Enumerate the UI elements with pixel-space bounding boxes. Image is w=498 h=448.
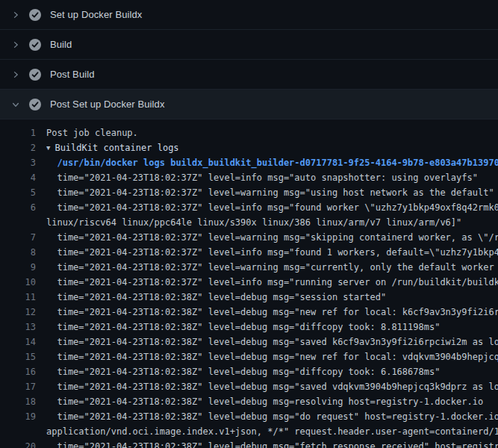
check-circle-icon <box>29 99 50 111</box>
log-line-text: time="2021-04-23T18:02:38Z" level=debug … <box>46 394 498 409</box>
log-line: 13 time="2021-04-23T18:02:38Z" level=deb… <box>0 320 498 335</box>
step-label: Post Build <box>50 69 95 80</box>
log-area: 1 Post job cleanup. 2 ▼BuildKit containe… <box>0 119 498 448</box>
log-line-number[interactable]: 4 <box>0 170 36 185</box>
step-row-post-build[interactable]: Post Build <box>0 60 498 90</box>
log-line-number[interactable]: 11 <box>0 290 36 305</box>
log-line-number <box>0 215 36 230</box>
group-expanded-triangle-icon[interactable]: ▼ <box>46 140 50 155</box>
log-line-text: time="2021-04-23T18:02:38Z" level=debug … <box>46 320 498 335</box>
log-line-number[interactable]: 10 <box>0 275 36 290</box>
log-line-number[interactable]: 6 <box>0 200 36 215</box>
log-line-text: /usr/bin/docker logs buildx_buildkit_bui… <box>46 155 498 170</box>
step-label: Post Set up Docker Buildx <box>50 99 165 110</box>
log-line-text: time="2021-04-23T18:02:37Z" level=warnin… <box>46 260 498 275</box>
log-line-text: linux/riscv64 linux/ppc64le linux/s390x … <box>46 215 498 230</box>
log-line-text: time="2021-04-23T18:02:38Z" level=debug … <box>46 409 498 424</box>
log-line: 8 time="2021-04-23T18:02:37Z" level=info… <box>0 245 498 260</box>
log-line-command: 3 /usr/bin/docker logs buildx_buildkit_b… <box>0 155 498 170</box>
check-circle-icon <box>29 39 50 51</box>
log-line-number[interactable]: 2 <box>0 140 36 155</box>
log-line-text: application/vnd.oci.image.index.v1+json,… <box>46 424 498 439</box>
log-line-text: Post job cleanup. <box>46 125 498 140</box>
log-line: 7 time="2021-04-23T18:02:37Z" level=warn… <box>0 230 498 245</box>
log-group-toggle[interactable]: 2 ▼BuildKit container logs <box>0 140 498 155</box>
log-line-number[interactable]: 14 <box>0 335 36 349</box>
log-line: 11 time="2021-04-23T18:02:38Z" level=deb… <box>0 290 498 305</box>
log-line-text: time="2021-04-23T18:02:37Z" level=info m… <box>46 170 498 185</box>
log-line: 16 time="2021-04-23T18:02:38Z" level=deb… <box>0 364 498 379</box>
log-line-number[interactable]: 19 <box>0 409 36 424</box>
step-row-post-set-up-docker-buildx[interactable]: Post Set up Docker Buildx <box>0 90 498 119</box>
log-line-number[interactable]: 17 <box>0 379 36 394</box>
log-line: 5 time="2021-04-23T18:02:37Z" level=warn… <box>0 185 498 200</box>
log-line-number[interactable]: 18 <box>0 394 36 409</box>
log-line-text: ▼BuildKit container logs <box>46 140 498 155</box>
log-line: 20 time="2021-04-23T18:02:38Z" level=deb… <box>0 439 498 448</box>
log-line-text: time="2021-04-23T18:02:38Z" level=debug … <box>46 439 498 448</box>
log-line: 19 time="2021-04-23T18:02:38Z" level=deb… <box>0 409 498 424</box>
log-line-number[interactable]: 16 <box>0 364 36 379</box>
log-line-text: time="2021-04-23T18:02:37Z" level=warnin… <box>46 185 498 200</box>
log-line-text: time="2021-04-23T18:02:38Z" level=debug … <box>46 335 498 349</box>
step-label: Set up Docker Buildx <box>50 9 142 20</box>
step-row-build[interactable]: Build <box>0 30 498 60</box>
log-line-number[interactable]: 1 <box>0 125 36 140</box>
log-line-text: time="2021-04-23T18:02:38Z" level=debug … <box>46 364 498 379</box>
log-line: 14 time="2021-04-23T18:02:38Z" level=deb… <box>0 335 498 349</box>
log-line-wrap-continuation: linux/riscv64 linux/ppc64le linux/s390x … <box>0 215 498 230</box>
log-line-number[interactable]: 13 <box>0 320 36 335</box>
log-line-number[interactable]: 9 <box>0 260 36 275</box>
log-line-text: time="2021-04-23T18:02:38Z" level=debug … <box>46 305 498 320</box>
chevron-right-icon <box>10 40 21 50</box>
log-line-wrap-continuation: application/vnd.oci.image.index.v1+json,… <box>0 424 498 439</box>
log-line-number[interactable]: 8 <box>0 245 36 260</box>
log-group-label[interactable]: BuildKit container logs <box>55 143 178 153</box>
log-line-text: time="2021-04-23T18:02:38Z" level=debug … <box>46 349 498 364</box>
step-list: Set up Docker Buildx Build Post Build Po… <box>0 0 498 119</box>
chevron-down-icon <box>10 99 21 110</box>
chevron-right-icon <box>10 69 21 80</box>
log-line: 1 Post job cleanup. <box>0 125 498 140</box>
log-line-number <box>0 424 36 439</box>
log-line-text: time="2021-04-23T18:02:37Z" level=info m… <box>46 200 498 215</box>
log-line-text: time="2021-04-23T18:02:38Z" level=debug … <box>46 379 498 394</box>
log-line-number[interactable]: 5 <box>0 185 36 200</box>
log-line: 10 time="2021-04-23T18:02:37Z" level=inf… <box>0 275 498 290</box>
step-row-set-up-docker-buildx[interactable]: Set up Docker Buildx <box>0 0 498 30</box>
log-line-text: time="2021-04-23T18:02:37Z" level=warnin… <box>46 230 498 245</box>
check-circle-icon <box>29 69 50 81</box>
log-line-number[interactable]: 12 <box>0 305 36 320</box>
log-line-text: time="2021-04-23T18:02:37Z" level=info m… <box>46 275 498 290</box>
log-line: 6 time="2021-04-23T18:02:37Z" level=info… <box>0 200 498 215</box>
log-line: 15 time="2021-04-23T18:02:38Z" level=deb… <box>0 349 498 364</box>
log-line: 4 time="2021-04-23T18:02:37Z" level=info… <box>0 170 498 185</box>
chevron-right-icon <box>10 10 21 20</box>
log-line: 17 time="2021-04-23T18:02:38Z" level=deb… <box>0 379 498 394</box>
log-line: 9 time="2021-04-23T18:02:37Z" level=warn… <box>0 260 498 275</box>
log-line-number[interactable]: 15 <box>0 349 36 364</box>
log-line: 12 time="2021-04-23T18:02:38Z" level=deb… <box>0 305 498 320</box>
log-line-text: time="2021-04-23T18:02:37Z" level=info m… <box>46 245 498 260</box>
log-line: 18 time="2021-04-23T18:02:38Z" level=deb… <box>0 394 498 409</box>
log-line-number[interactable]: 20 <box>0 439 36 448</box>
log-line-number[interactable]: 7 <box>0 230 36 245</box>
log-line-text: time="2021-04-23T18:02:38Z" level=debug … <box>46 290 498 305</box>
check-circle-icon <box>29 9 50 21</box>
step-label: Build <box>50 39 72 50</box>
log-line-number[interactable]: 3 <box>0 155 36 170</box>
